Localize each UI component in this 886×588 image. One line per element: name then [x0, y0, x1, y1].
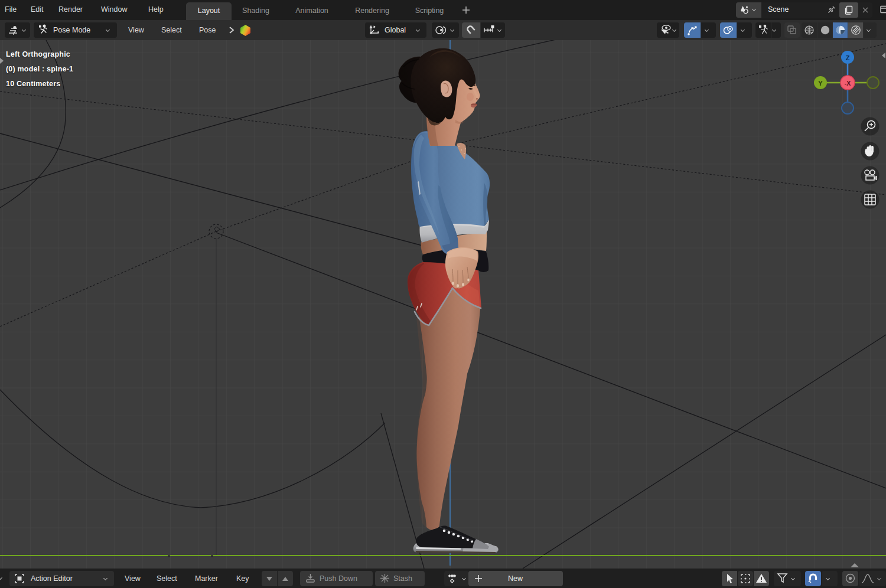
svg-text:Y: Y — [818, 80, 823, 87]
svg-text:Z: Z — [846, 54, 850, 61]
svg-text:-X: -X — [845, 80, 851, 87]
